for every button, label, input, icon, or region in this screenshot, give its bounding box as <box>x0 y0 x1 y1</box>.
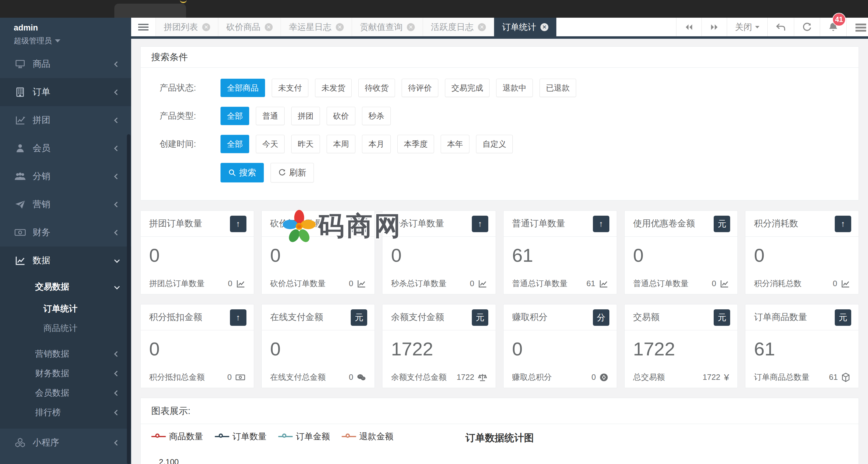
tab-groupbuy-list[interactable]: 拼团列表 ✕ <box>156 18 218 36</box>
back-button[interactable] <box>767 18 794 36</box>
stat-card-transaction-amount: 交易额元 1722 总交易额 1722 ¥ <box>624 304 738 388</box>
tab-luckystar-log[interactable]: 幸运星日志 ✕ <box>281 18 352 36</box>
chevron-down-icon <box>114 284 120 289</box>
chart-title: 订单数据统计图 <box>141 431 859 445</box>
stat-card-points-consumed: 积分消耗数↑ 0 积分消耗总数 0 <box>745 211 859 295</box>
line-chart-icon <box>14 115 27 125</box>
close-icon[interactable]: ✕ <box>407 23 415 31</box>
notifications-button[interactable]: 41 <box>820 18 846 36</box>
close-icon[interactable]: ✕ <box>540 23 548 31</box>
close-icon[interactable]: ✕ <box>202 23 210 31</box>
sidebar-item-miniprogram[interactable]: 小程序 <box>0 429 131 457</box>
filter-option-button[interactable]: 未支付 <box>272 79 308 97</box>
filter-option-button[interactable]: 全部 <box>220 107 249 125</box>
close-tabs-dropdown[interactable]: 关闭 <box>727 18 767 36</box>
refresh-filters-button[interactable]: 刷新 <box>271 163 314 182</box>
chevron-left-icon <box>114 146 120 151</box>
line-chart-icon <box>841 279 850 288</box>
filter-option-button[interactable]: 待评价 <box>402 79 438 97</box>
points-badge: 分 <box>593 309 609 326</box>
user-role[interactable]: 超级管理员 <box>14 36 131 46</box>
sidebar-item-distribution[interactable]: 分销 <box>0 162 131 190</box>
filter-option-button[interactable]: 已退款 <box>539 79 576 97</box>
sidebar-item-order-stats[interactable]: 订单统计 <box>0 299 131 318</box>
tab-bargain-goods[interactable]: 砍价商品 ✕ <box>218 18 281 36</box>
close-icon[interactable]: ✕ <box>478 23 486 31</box>
sidebar-item-marketing[interactable]: 营销 <box>0 190 131 218</box>
caret-down-icon <box>55 39 60 42</box>
list-menu-button[interactable] <box>846 18 868 36</box>
chevron-left-icon <box>114 440 120 445</box>
filter-option-button[interactable]: 未发货 <box>315 79 352 97</box>
sidebar-data-section: 数据 交易数据 订单统计 商品统计 营销数据 财务数据 <box>0 247 131 429</box>
card-value: 0 <box>270 340 366 359</box>
filter-option-button[interactable]: 拼团 <box>291 107 320 125</box>
sidebar-item-official-account[interactable]: 公众号 <box>0 457 131 464</box>
filter-option-button[interactable]: 本年 <box>441 135 469 153</box>
search-button[interactable]: 搜索 <box>220 163 264 182</box>
tab-activity-log[interactable]: 活跃度日志 ✕ <box>423 18 494 36</box>
browser-chrome <box>0 0 868 18</box>
card-value: 0 <box>149 246 245 265</box>
filter-option-button[interactable]: 秒杀 <box>362 107 391 125</box>
chevron-left-icon <box>114 89 120 95</box>
favicon-fragment <box>180 0 187 3</box>
sidebar-item-marketing-data[interactable]: 营销数据 <box>0 344 131 364</box>
page-content: 搜索条件 产品状态: 全部商品 未支付 未发货 待收货 待评价 交易完成 <box>131 39 868 464</box>
chart-panel: 图表展示: 订单数据统计图 商品数量 订单数量 <box>140 398 859 464</box>
arrow-up-badge: ↑ <box>593 216 609 232</box>
filter-option-button[interactable]: 自定义 <box>476 135 513 153</box>
card-value: 1722 <box>391 340 487 359</box>
menu-toggle-button[interactable] <box>131 18 156 36</box>
filter-option-button[interactable]: 本周 <box>327 135 355 153</box>
sidebar-item-ranking[interactable]: 排行榜 <box>0 403 131 422</box>
tabs-scroll-left-button[interactable] <box>676 18 702 36</box>
filter-option-button[interactable]: 待收货 <box>359 79 395 97</box>
chart-section-title: 图表展示: <box>141 398 859 424</box>
sidebar-item-orders[interactable]: 订单 <box>0 78 131 106</box>
filter-option-button[interactable]: 本月 <box>362 135 391 153</box>
sidebar-item-finance[interactable]: 财务 <box>0 218 131 247</box>
line-chart-icon <box>357 279 366 288</box>
sidebar-item-goods[interactable]: 商品 <box>0 50 131 78</box>
filter-label-create-time: 创建时间: <box>159 138 220 150</box>
sidebar-item-goods-stats[interactable]: 商品统计 <box>0 318 131 338</box>
refresh-button[interactable] <box>794 18 820 36</box>
line-chart-icon <box>14 256 27 266</box>
card-value: 1722 <box>633 340 729 359</box>
filter-option-button[interactable]: 普通 <box>256 107 284 125</box>
card-value: 61 <box>754 340 850 359</box>
tabs-scroll-right-button[interactable] <box>702 18 727 36</box>
chevron-left-icon <box>114 61 120 67</box>
filter-option-button[interactable]: 昨天 <box>291 135 320 153</box>
filter-option-button[interactable]: 退款中 <box>496 79 533 97</box>
sidebar-item-trade-data[interactable]: 交易数据 <box>0 275 131 299</box>
search-icon <box>228 169 236 177</box>
filter-option-button[interactable]: 全部 <box>220 135 249 153</box>
tab-contribution-query[interactable]: 贡献值查询 ✕ <box>352 18 423 36</box>
sidebar-item-members[interactable]: 会员 <box>0 134 131 162</box>
sidebar-item-finance-data[interactable]: 财务数据 <box>0 364 131 383</box>
line-chart-icon <box>478 279 487 288</box>
sidebar-scrollbar[interactable] <box>127 134 130 464</box>
close-icon[interactable]: ✕ <box>265 23 273 31</box>
search-panel: 搜索条件 产品状态: 全部商品 未支付 未发货 待收货 待评价 交易完成 <box>140 47 859 200</box>
filter-option-button[interactable]: 全部商品 <box>220 79 265 97</box>
filter-option-button[interactable]: 今天 <box>256 135 284 153</box>
filter-option-button[interactable]: 砍价 <box>327 107 355 125</box>
sidebar-item-member-data[interactable]: 会员数据 <box>0 383 131 403</box>
filter-option-button[interactable]: 本季度 <box>397 135 434 153</box>
sidebar-item-groupbuy[interactable]: 拼团 <box>0 106 131 134</box>
yuan-badge: 元 <box>714 309 730 326</box>
caret-down-icon <box>755 26 760 28</box>
tab-order-stats[interactable]: 订单统计 ✕ <box>494 18 557 36</box>
yuan-badge: 元 <box>835 309 851 326</box>
notification-badge: 41 <box>832 13 846 26</box>
stat-card-balance-payment: 余额支付金额元 1722 余额支付总金额 1722 <box>382 304 496 388</box>
user-icon <box>14 144 27 153</box>
close-icon[interactable]: ✕ <box>336 23 344 31</box>
sidebar-item-data[interactable]: 数据 <box>0 247 131 275</box>
refresh-icon <box>278 169 286 177</box>
filter-option-button[interactable]: 交易完成 <box>445 79 490 97</box>
card-value: 0 <box>512 340 608 359</box>
